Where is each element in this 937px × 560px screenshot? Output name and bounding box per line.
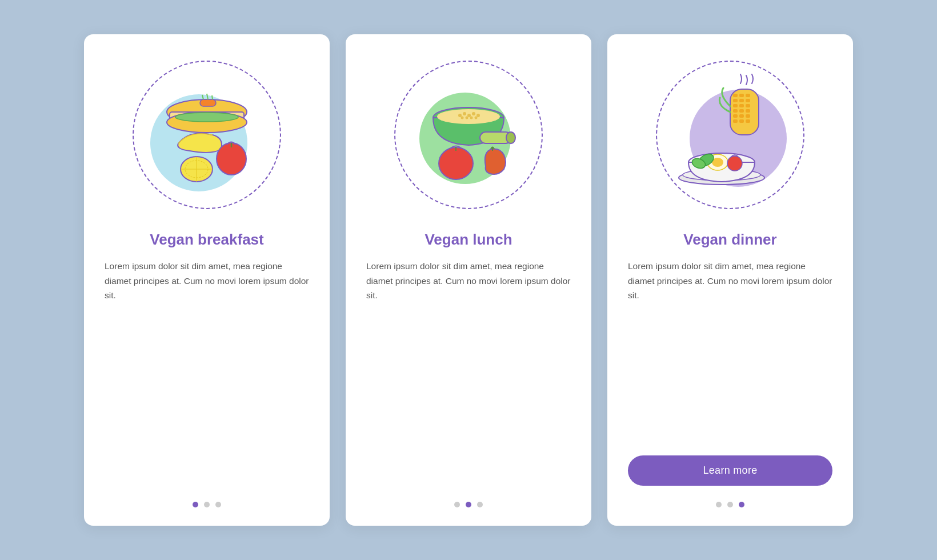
dinner-title: Vegan dinner <box>683 231 776 249</box>
dot-3 <box>477 502 483 507</box>
breakfast-svg <box>133 61 281 209</box>
breakfast-body: Lorem ipsum dolor sit dim amet, mea regi… <box>105 259 309 486</box>
svg-point-19 <box>472 112 475 115</box>
svg-rect-4 <box>200 99 216 106</box>
svg-point-20 <box>476 114 480 117</box>
lunch-dots <box>454 502 483 507</box>
svg-rect-38 <box>739 104 744 107</box>
dinner-illustration <box>650 55 810 215</box>
card-lunch: Vegan lunch Lorem ipsum dolor sit dim am… <box>346 34 591 526</box>
dot-3 <box>739 502 744 507</box>
learn-more-button[interactable]: Learn more <box>628 455 832 486</box>
svg-rect-32 <box>739 94 744 97</box>
dot-3 <box>215 502 221 507</box>
svg-point-23 <box>470 117 473 119</box>
svg-rect-47 <box>739 119 744 123</box>
lunch-illustration <box>389 55 548 215</box>
dinner-body: Lorem ipsum dolor sit dim amet, mea regi… <box>628 259 832 443</box>
breakfast-illustration <box>127 55 287 215</box>
dot-2 <box>727 502 733 507</box>
breakfast-dots <box>193 502 221 507</box>
svg-rect-35 <box>739 99 744 102</box>
svg-rect-41 <box>739 109 744 113</box>
svg-point-21 <box>461 117 464 119</box>
svg-line-5 <box>202 95 203 99</box>
svg-point-3 <box>175 113 238 122</box>
dot-1 <box>193 502 198 507</box>
svg-point-17 <box>463 112 466 115</box>
svg-point-24 <box>475 117 478 119</box>
dinner-dots <box>716 502 744 507</box>
svg-rect-39 <box>746 104 750 107</box>
dinner-svg <box>656 61 804 209</box>
lunch-body: Lorem ipsum dolor sit dim amet, mea regi… <box>366 259 571 486</box>
svg-point-26 <box>506 132 515 143</box>
dot-1 <box>716 502 722 507</box>
svg-line-7 <box>212 95 213 99</box>
svg-rect-40 <box>733 109 738 113</box>
svg-rect-43 <box>733 114 738 118</box>
dot-2 <box>466 502 471 507</box>
card-dinner: Vegan dinner Lorem ipsum dolor sit dim a… <box>607 34 853 526</box>
cards-container: Vegan breakfast Lorem ipsum dolor sit di… <box>84 34 853 526</box>
svg-point-27 <box>439 147 473 179</box>
lunch-svg <box>394 61 543 209</box>
svg-point-16 <box>458 114 462 117</box>
svg-rect-48 <box>746 119 750 123</box>
dot-1 <box>454 502 460 507</box>
svg-rect-45 <box>746 114 750 118</box>
svg-rect-33 <box>746 94 750 97</box>
dot-2 <box>204 502 210 507</box>
svg-point-54 <box>727 156 742 171</box>
svg-rect-34 <box>733 99 738 102</box>
svg-rect-42 <box>746 109 750 113</box>
card-breakfast: Vegan breakfast Lorem ipsum dolor sit di… <box>84 34 330 526</box>
lunch-title: Vegan lunch <box>425 231 512 249</box>
svg-rect-31 <box>733 94 738 97</box>
svg-rect-36 <box>746 99 750 102</box>
svg-rect-46 <box>733 119 738 123</box>
breakfast-title: Vegan breakfast <box>150 231 263 249</box>
svg-rect-44 <box>739 114 744 118</box>
svg-point-22 <box>466 117 468 119</box>
svg-point-18 <box>467 114 471 117</box>
svg-rect-37 <box>733 104 738 107</box>
svg-line-6 <box>207 94 208 99</box>
svg-point-8 <box>217 143 246 175</box>
